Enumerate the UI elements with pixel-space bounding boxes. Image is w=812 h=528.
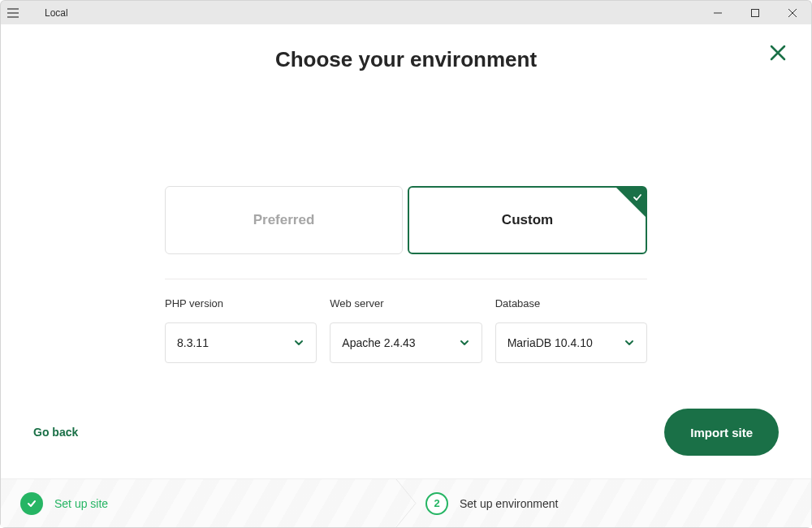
field-label: Web server	[330, 297, 482, 309]
web-server-select[interactable]: Apache 2.4.43	[330, 322, 482, 363]
maximize-button[interactable]	[736, 1, 774, 24]
app-frame: Choose your environment Preferred Custom…	[0, 24, 812, 528]
select-value: Apache 2.4.43	[342, 336, 415, 349]
environment-fields: PHP version 8.3.11 Web server Apache 2.4…	[165, 297, 647, 363]
bottom-actions: Go back Import site	[1, 409, 811, 478]
tile-label: Preferred	[253, 212, 315, 228]
stepper: Set up site 2 Set up environment	[1, 478, 811, 527]
php-version-select[interactable]: 8.3.11	[165, 322, 317, 363]
chevron-down-icon	[624, 337, 635, 348]
hamburger-icon	[7, 8, 19, 18]
divider	[165, 279, 647, 279]
go-back-button[interactable]: Go back	[33, 426, 78, 439]
step-label: Set up environment	[460, 497, 558, 510]
step-setup-site: Set up site	[1, 492, 406, 515]
menu-button[interactable]	[1, 8, 25, 18]
close-icon	[788, 9, 797, 17]
step-number: 2	[425, 492, 448, 515]
tile-preferred[interactable]: Preferred	[165, 186, 403, 254]
svg-rect-0	[752, 9, 759, 16]
step-setup-environment: 2 Set up environment	[406, 492, 811, 515]
close-window-button[interactable]	[774, 1, 811, 24]
window-title: Local	[45, 7, 68, 19]
field-php: PHP version 8.3.11	[165, 297, 317, 363]
window-controls	[699, 1, 811, 24]
close-icon	[769, 44, 787, 62]
environment-tiles: Preferred Custom	[165, 186, 647, 254]
tile-label: Custom	[502, 212, 553, 228]
select-value: 8.3.11	[177, 336, 209, 349]
step-done-icon	[20, 492, 43, 515]
minimize-button[interactable]	[699, 1, 736, 24]
database-select[interactable]: MariaDB 10.4.10	[495, 322, 647, 363]
import-site-button[interactable]: Import site	[664, 409, 779, 456]
field-label: PHP version	[165, 297, 317, 309]
chevron-down-icon	[459, 337, 470, 348]
step-label: Set up site	[54, 497, 108, 510]
tile-custom[interactable]: Custom	[408, 186, 647, 254]
field-database: Database MariaDB 10.4.10	[495, 297, 647, 363]
maximize-icon	[751, 9, 759, 17]
chevron-down-icon	[293, 337, 304, 348]
field-web-server: Web server Apache 2.4.43	[330, 297, 482, 363]
page-title: Choose your environment	[275, 47, 537, 72]
close-dialog-button[interactable]	[769, 44, 787, 65]
titlebar: Local	[0, 0, 812, 24]
field-label: Database	[495, 297, 647, 309]
main-content: Choose your environment Preferred Custom…	[1, 24, 811, 409]
minimize-icon	[714, 9, 722, 17]
select-value: MariaDB 10.4.10	[508, 336, 593, 349]
check-icon	[633, 190, 642, 206]
